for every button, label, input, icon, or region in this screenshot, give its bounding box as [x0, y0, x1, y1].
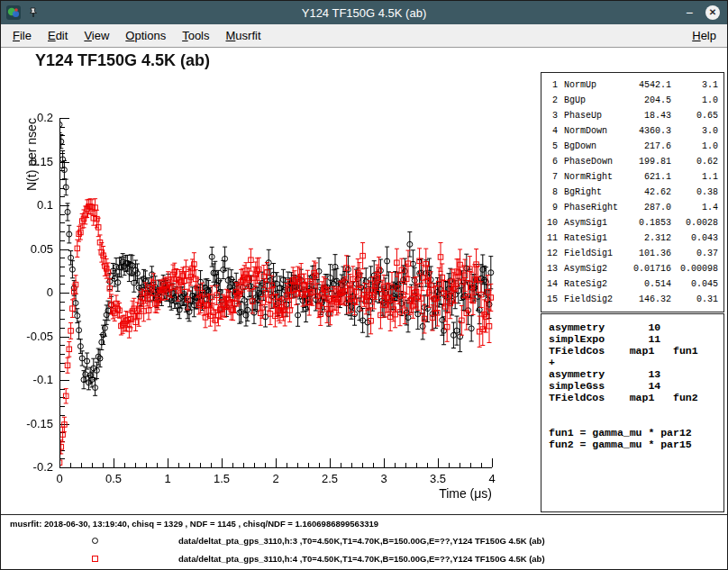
parameter-row: 4NormDown4360.33.0 — [541, 123, 723, 139]
param-error: 0.043 — [671, 231, 718, 246]
param-error: 1.0 — [671, 139, 718, 154]
param-value: 199.81 — [621, 154, 671, 169]
window-title: Y124 TF150G 4.5K (ab) — [1, 6, 727, 20]
pin-icon[interactable] — [28, 7, 39, 18]
parameter-row: 5BgDown217.61.0 — [541, 139, 723, 154]
param-value: 18.43 — [621, 108, 671, 123]
parameter-row: 11RateSig12.3120.043 — [541, 231, 723, 246]
param-name: RateSig1 — [564, 231, 621, 246]
menu-item-tools[interactable]: Tools — [174, 29, 217, 42]
menu-item-musrfit[interactable]: Musrfit — [218, 29, 269, 42]
param-name: AsymSig1 — [564, 215, 621, 231]
param-no: 5 — [541, 139, 558, 154]
param-error: 3.1 — [671, 77, 718, 93]
param-no: 9 — [541, 200, 558, 215]
param-name: FieldSig1 — [564, 246, 621, 261]
parameter-table: 1NormUp4542.13.12BgUp204.51.03PhaseUp18.… — [541, 72, 724, 312]
menubar: FileEditViewOptionsToolsMusrfit Help — [1, 24, 727, 48]
param-value: 0.01716 — [621, 261, 671, 276]
param-value: 101.36 — [621, 246, 671, 261]
legend-row: data/deltat_pta_gps_3110,h:3 ,T0=4.50K,T… — [1, 532, 727, 550]
param-no: 15 — [541, 292, 558, 307]
param-name: BgRight — [564, 185, 621, 200]
parameter-row: 10AsymSig10.18530.0028 — [541, 215, 723, 231]
param-error: 0.62 — [671, 154, 718, 169]
param-name: PhaseUp — [564, 108, 621, 123]
legend-marker-square-icon — [92, 556, 98, 562]
param-value: 217.6 — [621, 139, 671, 154]
menu-item-view[interactable]: View — [76, 29, 117, 42]
menu-item-edit[interactable]: Edit — [40, 29, 76, 42]
param-no: 2 — [541, 93, 558, 108]
parameter-row: 2BgUp204.51.0 — [541, 93, 723, 108]
param-name: AsymSig2 — [564, 261, 621, 276]
parameter-row: 7NormRight621.11.1 — [541, 169, 723, 185]
close-button[interactable]: ✕ — [705, 5, 720, 20]
param-name: PhaseDown — [564, 154, 621, 169]
page-title: Y124 TF150G 4.5K (ab) — [35, 51, 210, 70]
plot-legend: data/deltat_pta_gps_3110,h:3 ,T0=4.50K,T… — [1, 532, 727, 568]
param-error: 0.37 — [671, 246, 718, 261]
param-no: 12 — [541, 246, 558, 261]
param-error: 0.00098 — [671, 261, 718, 276]
param-value: 4360.3 — [621, 123, 671, 139]
minimize-button[interactable]: − — [682, 5, 696, 20]
menu-item-options[interactable]: Options — [117, 29, 174, 42]
parameter-row: 9PhaseRight287.01.4 — [541, 200, 723, 215]
status-separator — [1, 514, 727, 515]
param-value: 4542.1 — [621, 77, 671, 93]
menu-item-file[interactable]: File — [5, 29, 40, 42]
parameter-row: 1NormUp4542.13.1 — [541, 77, 723, 93]
parameter-row: 15FieldSig2146.320.31 — [541, 292, 723, 307]
param-error: 0.31 — [671, 292, 718, 307]
param-value: 146.32 — [621, 292, 671, 307]
param-value: 0.1853 — [621, 215, 671, 231]
param-value: 0.514 — [621, 276, 671, 292]
param-no: 6 — [541, 154, 558, 169]
parameter-row: 8BgRight42.620.38 — [541, 185, 723, 200]
theory-box: asymmetry 10 simplExpo 11 TFieldCos map1… — [541, 313, 724, 512]
param-error: 1.1 — [671, 169, 718, 185]
x-axis-label: Time (μs) — [348, 486, 492, 501]
param-error: 1.4 — [671, 200, 718, 215]
y-axis-label: N(t) per nsec — [24, 118, 39, 191]
param-name: PhaseRight — [564, 200, 621, 215]
menu-items: FileEditViewOptionsToolsMusrfit — [1, 29, 269, 42]
legend-marker-circle-icon — [92, 538, 98, 544]
param-error: 1.0 — [671, 93, 718, 108]
plot-area: Y124 TF150G 4.5K (ab) N(t) per nsec Time… — [1, 48, 727, 569]
menu-item-help[interactable]: Help — [681, 29, 727, 42]
theory-text: asymmetry 10 simplExpo 11 TFieldCos map1… — [541, 314, 723, 450]
param-value: 2.312 — [621, 231, 671, 246]
param-no: 1 — [541, 77, 558, 93]
param-name: BgDown — [564, 139, 621, 154]
param-value: 42.62 — [621, 185, 671, 200]
param-no: 3 — [541, 108, 558, 123]
param-no: 11 — [541, 231, 558, 246]
fit-status-line: musrfit: 2018-06-30, 13:19:40, chisq = 1… — [10, 519, 378, 529]
param-no: 4 — [541, 123, 558, 139]
param-name: NormDown — [564, 123, 621, 139]
param-no: 14 — [541, 276, 558, 292]
titlebar[interactable]: Y124 TF150G 4.5K (ab) − ✕ — [1, 1, 727, 24]
window-controls: − ✕ — [682, 5, 720, 20]
param-value: 287.0 — [621, 200, 671, 215]
param-no: 13 — [541, 261, 558, 276]
param-error: 0.38 — [671, 185, 718, 200]
parameter-row: 13AsymSig20.017160.00098 — [541, 261, 723, 276]
parameter-row: 3PhaseUp18.430.65 — [541, 108, 723, 123]
param-name: RateSig2 — [564, 276, 621, 292]
parameter-row: 6PhaseDown199.810.62 — [541, 154, 723, 169]
param-name: NormRight — [564, 169, 621, 185]
param-error: 0.0028 — [671, 215, 718, 231]
legend-text: data/deltat_pta_gps_3110,h:4 ,T0=4.50K,T… — [178, 554, 545, 564]
param-no: 10 — [541, 215, 558, 231]
app-icon — [6, 5, 21, 20]
param-error: 0.65 — [671, 108, 718, 123]
param-error: 0.045 — [671, 276, 718, 292]
param-no: 8 — [541, 185, 558, 200]
parameter-row: 12FieldSig1101.360.37 — [541, 246, 723, 261]
param-name: FieldSig2 — [564, 292, 621, 307]
param-name: NormUp — [564, 77, 621, 93]
param-name: BgUp — [564, 93, 621, 108]
